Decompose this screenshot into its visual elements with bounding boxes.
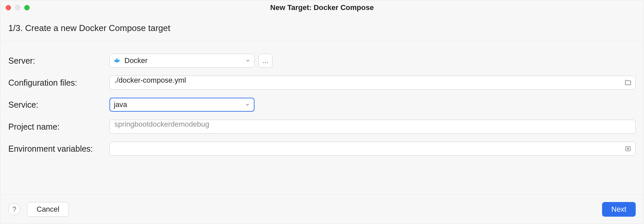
project-name-placeholder: springbootdockerdemodebug [114, 120, 209, 128]
folder-browse-icon[interactable] [624, 78, 632, 87]
project-name-input[interactable]: springbootdockerdemodebug [109, 120, 636, 134]
server-browse-button[interactable]: … [258, 54, 272, 68]
server-label: Server: [8, 56, 109, 66]
dialog-subheader: 1/3. Create a new Docker Compose target [0, 15, 644, 42]
dialog-title: New Target: Docker Compose [270, 3, 374, 12]
help-button[interactable]: ? [8, 203, 20, 215]
cancel-button-label: Cancel [37, 205, 59, 214]
dialog-content: Server: Docker … Configuration files: [0, 42, 644, 194]
cancel-button[interactable]: Cancel [27, 202, 69, 217]
env-vars-label: Environment variables: [8, 144, 109, 154]
svg-rect-3 [116, 59, 117, 60]
config-files-row: Configuration files: ./docker-compose.ym… [8, 76, 636, 90]
svg-rect-4 [117, 59, 118, 60]
server-select-value: Docker [124, 56, 148, 65]
window-controls [6, 5, 30, 10]
server-select[interactable]: Docker [109, 54, 254, 68]
docker-icon [114, 57, 121, 64]
service-label: Service: [8, 100, 109, 110]
service-row: Service: java [8, 98, 636, 112]
chevron-down-icon [245, 58, 250, 63]
maximize-window-button[interactable] [24, 5, 30, 10]
dialog-window: New Target: Docker Compose 1/3. Create a… [0, 0, 644, 224]
next-button-label: Next [611, 205, 626, 214]
env-vars-row: Environment variables: [8, 142, 636, 156]
list-edit-icon[interactable] [624, 144, 632, 153]
service-select[interactable]: java [109, 98, 254, 112]
help-icon: ? [12, 205, 16, 214]
dialog-footer: ? Cancel Next [0, 194, 644, 224]
titlebar: New Target: Docker Compose [0, 0, 644, 15]
minimize-window-button[interactable] [15, 5, 20, 10]
config-files-input[interactable]: ./docker-compose.yml [109, 76, 636, 90]
config-files-value: ./docker-compose.yml [114, 76, 186, 84]
chevron-down-icon [245, 102, 250, 107]
config-files-label: Configuration files: [8, 78, 109, 88]
next-button[interactable]: Next [602, 202, 636, 217]
step-title: 1/3. Create a new Docker Compose target [8, 23, 636, 33]
project-name-label: Project name: [8, 122, 109, 132]
ellipsis-icon: … [262, 57, 269, 65]
project-name-row: Project name: springbootdockerdemodebug [8, 120, 636, 134]
service-select-value: java [114, 100, 127, 109]
close-window-button[interactable] [6, 5, 11, 10]
server-row: Server: Docker … [8, 54, 636, 68]
env-vars-input[interactable] [109, 142, 636, 156]
